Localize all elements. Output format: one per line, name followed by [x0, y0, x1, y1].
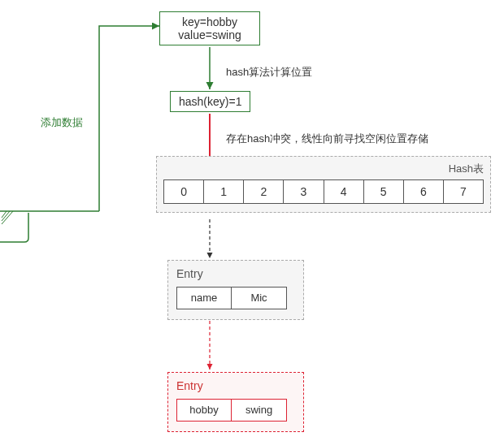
input-key-line: key=hobby: [168, 15, 251, 28]
entry-title: Entry: [176, 379, 295, 392]
hash-cell: 1: [204, 179, 244, 204]
hash-cell: 3: [284, 179, 324, 204]
green-edge-icon: [2, 211, 13, 224]
entry-value-cell: Mic: [232, 287, 287, 309]
existing-entry-box: Entry name Mic: [167, 260, 304, 320]
hash-cell: 7: [444, 179, 484, 204]
input-kv-box: key=hobby value=swing: [159, 11, 260, 45]
hash-cell: 4: [324, 179, 364, 204]
hash-table: Hash表 0 1 2 3 4 5 6 7: [156, 156, 491, 213]
entry-value-cell: swing: [232, 399, 287, 422]
hash-result-box: hash(key)=1: [170, 91, 250, 112]
add-data-label: 添加数据: [41, 115, 83, 130]
collision-label: 存在hash冲突，线性向前寻找空闲位置存储: [226, 132, 428, 146]
new-entry-box: Entry hobby swing: [167, 372, 304, 432]
entry-title: Entry: [176, 267, 295, 280]
entry-key-cell: name: [176, 287, 232, 309]
hash-cell: 6: [404, 179, 444, 204]
input-value-line: value=swing: [168, 28, 251, 41]
hash-cell: 5: [364, 179, 404, 204]
hash-cell: 0: [163, 179, 204, 204]
hash-cell: 2: [244, 179, 284, 204]
hash-table-title: Hash表: [163, 162, 484, 179]
hash-table-cells: 0 1 2 3 4 5 6 7: [163, 179, 484, 204]
green-path-to-input: [99, 26, 159, 211]
hash-step-label: hash算法计算位置: [226, 65, 312, 80]
green-corner-in: [0, 213, 28, 242]
entry-key-cell: hobby: [176, 399, 232, 422]
